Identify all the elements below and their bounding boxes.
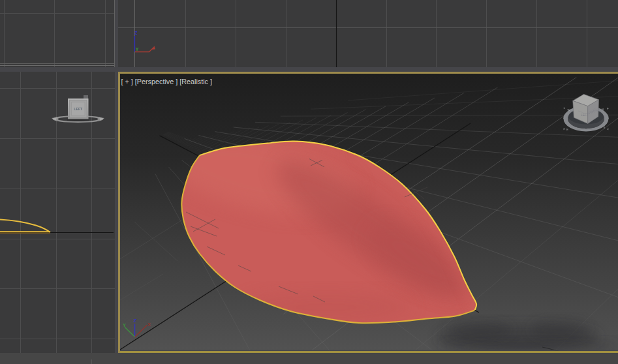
svg-text:Z: Z xyxy=(134,30,138,36)
svg-text:Y: Y xyxy=(136,46,139,52)
svg-text:Z: Z xyxy=(134,318,137,324)
svg-text:LEFT: LEFT xyxy=(581,113,589,117)
svg-text:Y: Y xyxy=(123,322,126,328)
svg-text:[ + ] [Perspective ] [Realisti: [ + ] [Perspective ] [Realistic ] xyxy=(121,78,213,85)
svg-text:N: N xyxy=(602,108,604,111)
svg-text:X: X xyxy=(147,322,151,327)
svg-text:E: E xyxy=(566,128,568,131)
svg-text:LEFT: LEFT xyxy=(74,107,83,111)
svg-text:S: S xyxy=(604,126,606,129)
